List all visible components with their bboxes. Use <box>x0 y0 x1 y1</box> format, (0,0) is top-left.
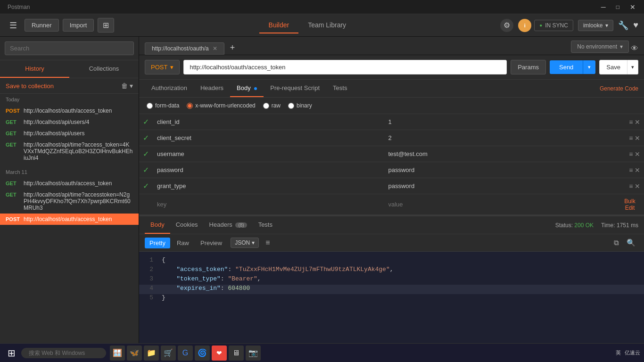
line-number: 5 <box>139 294 158 304</box>
save-dropdown-button[interactable]: ▾ <box>627 60 638 74</box>
heart-icon[interactable]: ♥ <box>633 20 638 30</box>
taskbar-app[interactable]: 📷 <box>246 346 261 361</box>
eye-button[interactable]: 👁 <box>631 44 638 53</box>
format-select[interactable]: JSON ▾ <box>231 238 259 248</box>
tab-authorization[interactable]: Authorization <box>145 80 194 97</box>
start-button[interactable]: ⊞ <box>4 346 19 361</box>
res-tab-headers[interactable]: Headers (8) <box>204 216 253 234</box>
check-icon[interactable]: ✓ <box>143 166 149 174</box>
url-tab[interactable]: http://localhost/oauth/a ✕ <box>145 42 224 55</box>
row-menu-button[interactable]: ≡ <box>629 150 633 158</box>
bulk-edit-button[interactable]: Bulk Edit <box>619 198 640 211</box>
tab-team-library[interactable]: Team Library <box>298 17 355 33</box>
check-icon[interactable]: ✓ <box>143 134 149 142</box>
save-collection-button[interactable]: Save to collection <box>6 82 54 90</box>
tab-pre-request[interactable]: Pre-request Script <box>264 80 326 97</box>
taskbar-app[interactable]: 🛒 <box>161 346 176 361</box>
check-icon[interactable]: ✓ <box>143 150 149 158</box>
taskbar-app[interactable]: G <box>178 346 193 361</box>
tab-tests[interactable]: Tests <box>326 80 354 97</box>
search-response-button[interactable]: 🔍 <box>624 237 638 248</box>
method-select[interactable]: POST ▾ <box>145 60 180 74</box>
search-input[interactable] <box>5 41 134 55</box>
row-delete-button[interactable]: ✕ <box>635 150 640 158</box>
fmt-pretty[interactable]: Pretty <box>145 238 170 248</box>
res-tab-body[interactable]: Body <box>145 216 170 234</box>
fmt-raw[interactable]: Raw <box>172 238 194 248</box>
taskbar-app[interactable]: ❤ <box>212 346 227 361</box>
radio-url-encoded[interactable]: x-www-form-urlencoded <box>187 102 255 109</box>
key-input[interactable] <box>157 201 381 208</box>
row-delete-button[interactable]: ✕ <box>635 166 640 174</box>
row-delete-button[interactable]: ✕ <box>635 182 640 190</box>
line-number: 3 <box>139 275 158 285</box>
url-input[interactable] <box>183 60 507 74</box>
env-selector[interactable]: No environment ▾ <box>571 41 629 53</box>
list-item-active[interactable]: POST http://localhost/oauth/access_token <box>0 214 139 225</box>
row-menu-button[interactable]: ≡ <box>629 118 633 126</box>
tab-headers[interactable]: Headers <box>194 80 230 97</box>
minimize-button[interactable]: ─ <box>596 2 611 12</box>
wrench-icon[interactable]: 🔧 <box>618 20 628 31</box>
taskbar-app[interactable]: 🌀 <box>195 346 210 361</box>
user-avatar: i <box>518 19 531 32</box>
align-icon[interactable]: ≡ <box>263 237 272 248</box>
user-dropdown[interactable]: imlooke ▾ <box>578 20 613 31</box>
table-row-empty: Bulk Edit <box>139 194 644 215</box>
history-url: http://localhost/oauth/access_token <box>24 216 112 222</box>
save-button[interactable]: Save <box>599 60 627 74</box>
radio-form-data[interactable]: form-data <box>147 102 179 109</box>
value-input[interactable] <box>388 201 612 208</box>
check-icon[interactable]: ✓ <box>143 182 149 190</box>
clear-history-button[interactable]: 🗑 ▾ <box>121 82 133 90</box>
row-menu-button[interactable]: ≡ <box>629 182 633 190</box>
list-item[interactable]: GET http://localhost/api/time?accesstoke… <box>0 189 139 214</box>
copy-button[interactable]: ⧉ <box>611 237 622 248</box>
taskbar-search[interactable] <box>21 348 106 358</box>
res-tab-tests[interactable]: Tests <box>253 216 278 234</box>
line-content: "access_token": "TuZxxFHcH1MvMe4ZUjL7mFT… <box>158 266 644 275</box>
taskbar-app[interactable]: 🦋 <box>127 346 142 361</box>
close-button[interactable]: ✕ <box>625 2 640 12</box>
fmt-preview[interactable]: Preview <box>196 238 227 248</box>
row-delete-button[interactable]: ✕ <box>635 118 640 126</box>
maximize-button[interactable]: □ <box>611 2 624 12</box>
add-tab-button[interactable]: + <box>226 42 239 54</box>
close-tab-icon[interactable]: ✕ <box>213 45 217 52</box>
row-delete-button[interactable]: ✕ <box>635 134 640 142</box>
history-date-today: Today <box>0 94 139 105</box>
runner-button[interactable]: Runner <box>25 19 59 32</box>
tab-body[interactable]: Body <box>230 80 264 97</box>
row-menu-button[interactable]: ≡ <box>629 166 633 174</box>
history-url: http://localhost/api/users/4 <box>24 119 89 125</box>
generate-code-button[interactable]: Generate Code <box>600 85 638 92</box>
send-dropdown-button[interactable]: ▾ <box>583 60 595 74</box>
taskbar-app[interactable]: 🖥 <box>229 346 244 361</box>
radio-binary[interactable]: binary <box>288 102 312 109</box>
list-item[interactable]: GET http://localhost/api/users <box>0 128 139 139</box>
sidebar-toggle[interactable]: ☰ <box>6 18 21 33</box>
check-icon[interactable]: ✓ <box>143 118 149 126</box>
import-button[interactable]: Import <box>63 19 94 32</box>
sync-badge[interactable]: ● IN SYNC <box>534 20 573 31</box>
taskbar-app[interactable]: 📁 <box>144 346 159 361</box>
radio-raw[interactable]: raw <box>263 102 281 109</box>
code-line: 2 "access_token": "TuZxxFHcH1MvMe4ZUjL7m… <box>139 266 644 275</box>
list-item[interactable]: POST http://localhost/oauth/access_token <box>0 105 139 116</box>
list-item[interactable]: GET http://localhost/api/users/4 <box>0 116 139 128</box>
list-item[interactable]: GET http://localhost/api/time?access_tok… <box>0 139 139 164</box>
sidebar-tab-collections[interactable]: Collections <box>69 60 139 78</box>
settings-icon[interactable]: ⚙ <box>500 19 513 32</box>
tab-builder[interactable]: Builder <box>259 17 299 33</box>
taskbar-app[interactable]: 🪟 <box>110 346 125 361</box>
params-button[interactable]: Params <box>511 60 546 74</box>
method-badge-get: GET <box>6 142 21 148</box>
new-window-button[interactable]: ⊞ <box>98 18 114 33</box>
history-url: http://localhost/api/time?accesstoken=N2… <box>24 191 133 211</box>
method-badge-get: GET <box>6 192 21 197</box>
row-menu-button[interactable]: ≡ <box>629 134 633 142</box>
list-item[interactable]: GET http://localhost/oauth/access_token <box>0 178 139 189</box>
send-button[interactable]: Send <box>550 60 583 74</box>
res-tab-cookies[interactable]: Cookies <box>170 216 204 234</box>
sidebar-tab-history[interactable]: History <box>0 60 69 78</box>
